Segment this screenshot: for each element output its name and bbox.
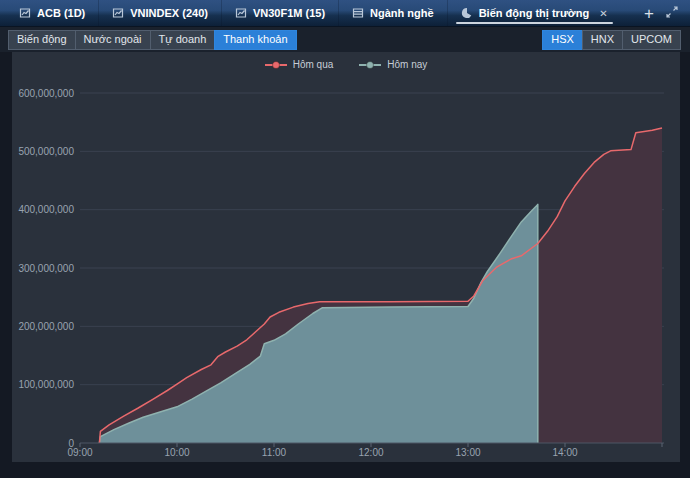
- add-tab-icon[interactable]: +: [644, 5, 654, 22]
- x-axis-label: 14:00: [552, 447, 577, 458]
- tab-label: Biến động thị trường: [479, 7, 590, 19]
- exchange-button-hsx[interactable]: HSX: [542, 30, 583, 50]
- legend-item-hom-nay[interactable]: Hôm nay: [359, 59, 427, 70]
- x-axis-label: 11:00: [262, 447, 287, 458]
- legend-item-hom-qua[interactable]: Hôm qua: [265, 59, 334, 70]
- x-axis-label: 13:00: [455, 447, 480, 458]
- chart-icon: [19, 7, 31, 19]
- y-axis-label: 600,000,000: [18, 88, 74, 99]
- tab-vnindex-240[interactable]: VNINDEX (240): [98, 0, 221, 26]
- pie-icon: [461, 7, 473, 19]
- tab-label: ACB (1D): [37, 7, 85, 19]
- exchange-button-hnx[interactable]: HNX: [582, 30, 623, 50]
- trading-app-window: { "tabbar": { "tabs": [ {"label": "ACB (…: [0, 0, 690, 478]
- legend-marker-icon: [265, 60, 287, 70]
- y-axis-label: 200,000,000: [18, 321, 74, 332]
- tab-bien-dong-thi-truong[interactable]: Biến động thị trường✕: [447, 0, 621, 26]
- filter-button-bien-dong[interactable]: Biến động: [8, 30, 76, 50]
- tabbar-controls: +: [644, 0, 690, 26]
- tab-acb-1d[interactable]: ACB (1D): [6, 0, 98, 26]
- resize-icon[interactable]: [666, 4, 678, 22]
- tab-bar: ACB (1D)VNINDEX (240)VN30F1M (15)Ngành n…: [0, 0, 690, 27]
- y-axis-label: 300,000,000: [18, 263, 74, 274]
- legend-label: Hôm nay: [387, 59, 427, 70]
- y-axis-label: 100,000,000: [18, 379, 74, 390]
- legend-marker-icon: [359, 60, 381, 70]
- exchange-button-group: HSXHNXUPCOM: [542, 30, 681, 50]
- filter-button-tu-doanh[interactable]: Tự doanh: [150, 30, 216, 50]
- x-axis-label: 09:00: [67, 447, 92, 458]
- close-tab-icon[interactable]: ✕: [599, 8, 607, 19]
- y-axis-label: 500,000,000: [18, 146, 74, 157]
- tab-label: Ngành nghề: [370, 7, 434, 19]
- chart-icon: [235, 7, 247, 19]
- x-axis-label: 12:00: [358, 447, 383, 458]
- chart-icon: [112, 7, 124, 19]
- x-axis-label: 10:00: [164, 447, 189, 458]
- tab-label: VNINDEX (240): [130, 7, 208, 19]
- chart-panel: Hôm quaHôm nay 600,000,000500,000,000400…: [12, 52, 680, 462]
- y-axis-label: 400,000,000: [18, 204, 74, 215]
- tab-nganh-nghe[interactable]: Ngành nghề: [338, 0, 447, 26]
- tab-vn30f1m-15[interactable]: VN30F1M (15): [221, 0, 338, 26]
- filter-toolbar: Biến độngNước ngoàiTự doanhThanh khoản H…: [0, 27, 690, 52]
- legend-label: Hôm qua: [293, 59, 334, 70]
- tab-label: VN30F1M (15): [253, 7, 325, 19]
- chart-legend: Hôm quaHôm nay: [12, 59, 680, 70]
- resize-icon: [666, 6, 678, 18]
- liquidity-area-chart[interactable]: 600,000,000500,000,000400,000,000300,000…: [12, 52, 680, 462]
- sectors-icon: [352, 7, 364, 19]
- filter-button-nuoc-ngoai[interactable]: Nước ngoài: [75, 30, 151, 50]
- exchange-button-upcom[interactable]: UPCOM: [622, 30, 681, 50]
- filter-button-group: Biến độngNước ngoàiTự doanhThanh khoản: [8, 30, 297, 50]
- filter-button-thanh-khoan[interactable]: Thanh khoản: [214, 30, 296, 50]
